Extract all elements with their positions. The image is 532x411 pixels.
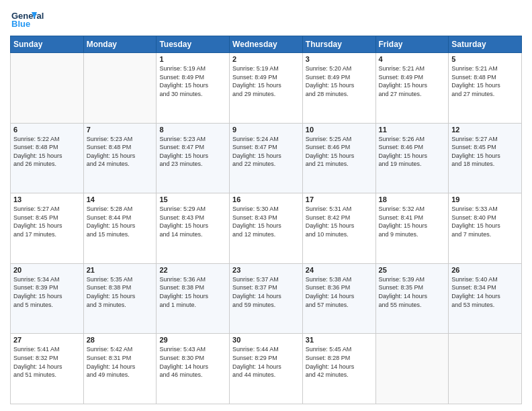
day-number: 3 <box>306 55 373 63</box>
day-info: Sunrise: 5:43 AM Sunset: 8:30 PM Dayligh… <box>159 345 226 379</box>
calendar-cell: 23Sunrise: 5:37 AM Sunset: 8:37 PM Dayli… <box>230 263 303 334</box>
calendar-cell: 26Sunrise: 5:40 AM Sunset: 8:34 PM Dayli… <box>449 263 522 334</box>
day-info: Sunrise: 5:31 AM Sunset: 8:42 PM Dayligh… <box>306 205 373 238</box>
day-number: 1 <box>159 55 226 63</box>
logo-icon: General Blue <box>10 7 57 30</box>
day-info: Sunrise: 5:25 AM Sunset: 8:46 PM Dayligh… <box>306 135 373 169</box>
calendar-cell: 27Sunrise: 5:41 AM Sunset: 8:32 PM Dayli… <box>11 334 84 404</box>
day-number: 2 <box>232 55 300 63</box>
day-number: 17 <box>306 195 373 203</box>
day-info: Sunrise: 5:40 AM Sunset: 8:34 PM Dayligh… <box>451 275 519 309</box>
calendar-cell: 22Sunrise: 5:36 AM Sunset: 8:38 PM Dayli… <box>157 263 230 334</box>
calendar-page: General Blue SundayMondayTuesdayWednesda… <box>0 0 532 411</box>
weekday-header-tuesday: Tuesday <box>157 36 230 53</box>
weekday-header-monday: Monday <box>83 36 157 53</box>
day-number: 8 <box>159 126 226 134</box>
day-number: 14 <box>87 195 154 203</box>
day-info: Sunrise: 5:26 AM Sunset: 8:46 PM Dayligh… <box>379 135 446 169</box>
day-info: Sunrise: 5:35 AM Sunset: 8:38 PM Dayligh… <box>87 275 154 309</box>
day-info: Sunrise: 5:27 AM Sunset: 8:45 PM Dayligh… <box>451 135 519 169</box>
day-number: 10 <box>306 126 373 134</box>
calendar-cell: 3Sunrise: 5:20 AM Sunset: 8:49 PM Daylig… <box>302 53 375 124</box>
calendar-cell: 2Sunrise: 5:19 AM Sunset: 8:49 PM Daylig… <box>230 53 303 124</box>
calendar-cell: 7Sunrise: 5:23 AM Sunset: 8:48 PM Daylig… <box>83 123 157 193</box>
day-number: 27 <box>13 336 81 344</box>
day-number: 25 <box>379 266 446 274</box>
day-number: 9 <box>232 126 300 134</box>
calendar-cell: 20Sunrise: 5:34 AM Sunset: 8:39 PM Dayli… <box>11 263 84 334</box>
calendar-cell: 4Sunrise: 5:21 AM Sunset: 8:49 PM Daylig… <box>375 53 449 124</box>
calendar-cell <box>83 53 157 124</box>
calendar-table: SundayMondayTuesdayWednesdayThursdayFrid… <box>10 36 522 404</box>
day-info: Sunrise: 5:44 AM Sunset: 8:29 PM Dayligh… <box>232 345 300 379</box>
day-number: 19 <box>451 195 519 203</box>
calendar-cell <box>11 53 84 124</box>
day-number: 13 <box>13 195 81 203</box>
day-info: Sunrise: 5:19 AM Sunset: 8:49 PM Dayligh… <box>232 64 300 98</box>
calendar-cell: 25Sunrise: 5:39 AM Sunset: 8:35 PM Dayli… <box>375 263 449 334</box>
calendar-cell: 24Sunrise: 5:38 AM Sunset: 8:36 PM Dayli… <box>302 263 375 334</box>
calendar-week-row: 13Sunrise: 5:27 AM Sunset: 8:45 PM Dayli… <box>11 193 522 264</box>
day-info: Sunrise: 5:23 AM Sunset: 8:47 PM Dayligh… <box>159 135 226 169</box>
day-number: 15 <box>159 195 226 203</box>
day-info: Sunrise: 5:29 AM Sunset: 8:43 PM Dayligh… <box>159 205 226 238</box>
calendar-week-row: 1Sunrise: 5:19 AM Sunset: 8:49 PM Daylig… <box>11 53 522 124</box>
svg-text:Blue: Blue <box>11 19 30 29</box>
calendar-cell <box>375 334 449 404</box>
calendar-cell: 15Sunrise: 5:29 AM Sunset: 8:43 PM Dayli… <box>157 193 230 264</box>
day-info: Sunrise: 5:20 AM Sunset: 8:49 PM Dayligh… <box>306 64 373 98</box>
day-info: Sunrise: 5:30 AM Sunset: 8:43 PM Dayligh… <box>232 205 300 238</box>
weekday-header-wednesday: Wednesday <box>230 36 303 53</box>
calendar-cell <box>449 334 522 404</box>
day-number: 22 <box>159 266 226 274</box>
calendar-cell: 18Sunrise: 5:32 AM Sunset: 8:41 PM Dayli… <box>375 193 449 264</box>
calendar-week-row: 27Sunrise: 5:41 AM Sunset: 8:32 PM Dayli… <box>11 334 522 404</box>
day-number: 20 <box>13 266 81 274</box>
day-info: Sunrise: 5:22 AM Sunset: 8:48 PM Dayligh… <box>13 135 81 169</box>
day-info: Sunrise: 5:32 AM Sunset: 8:41 PM Dayligh… <box>379 205 446 238</box>
calendar-cell: 19Sunrise: 5:33 AM Sunset: 8:40 PM Dayli… <box>449 193 522 264</box>
day-number: 24 <box>306 266 373 274</box>
day-info: Sunrise: 5:28 AM Sunset: 8:44 PM Dayligh… <box>87 205 154 238</box>
day-number: 23 <box>232 266 300 274</box>
day-info: Sunrise: 5:36 AM Sunset: 8:38 PM Dayligh… <box>159 275 226 309</box>
day-info: Sunrise: 5:45 AM Sunset: 8:28 PM Dayligh… <box>306 345 373 379</box>
day-number: 21 <box>87 266 154 274</box>
calendar-cell: 21Sunrise: 5:35 AM Sunset: 8:38 PM Dayli… <box>83 263 157 334</box>
day-number: 6 <box>13 126 81 134</box>
day-number: 18 <box>379 195 446 203</box>
day-info: Sunrise: 5:21 AM Sunset: 8:48 PM Dayligh… <box>451 64 519 98</box>
day-number: 29 <box>159 336 226 344</box>
day-info: Sunrise: 5:34 AM Sunset: 8:39 PM Dayligh… <box>13 275 81 309</box>
calendar-cell: 14Sunrise: 5:28 AM Sunset: 8:44 PM Dayli… <box>83 193 157 264</box>
calendar-cell: 29Sunrise: 5:43 AM Sunset: 8:30 PM Dayli… <box>157 334 230 404</box>
calendar-cell: 30Sunrise: 5:44 AM Sunset: 8:29 PM Dayli… <box>230 334 303 404</box>
day-number: 31 <box>306 336 373 344</box>
day-info: Sunrise: 5:23 AM Sunset: 8:48 PM Dayligh… <box>87 135 154 169</box>
calendar-cell: 17Sunrise: 5:31 AM Sunset: 8:42 PM Dayli… <box>302 193 375 264</box>
calendar-cell: 16Sunrise: 5:30 AM Sunset: 8:43 PM Dayli… <box>230 193 303 264</box>
weekday-header-friday: Friday <box>375 36 449 53</box>
day-info: Sunrise: 5:33 AM Sunset: 8:40 PM Dayligh… <box>451 205 519 238</box>
day-number: 5 <box>451 55 519 63</box>
calendar-cell: 28Sunrise: 5:42 AM Sunset: 8:31 PM Dayli… <box>83 334 157 404</box>
day-info: Sunrise: 5:21 AM Sunset: 8:49 PM Dayligh… <box>379 64 446 98</box>
calendar-cell: 12Sunrise: 5:27 AM Sunset: 8:45 PM Dayli… <box>449 123 522 193</box>
day-info: Sunrise: 5:27 AM Sunset: 8:45 PM Dayligh… <box>13 205 81 238</box>
day-info: Sunrise: 5:38 AM Sunset: 8:36 PM Dayligh… <box>306 275 373 309</box>
calendar-cell: 9Sunrise: 5:24 AM Sunset: 8:47 PM Daylig… <box>230 123 303 193</box>
calendar-cell: 5Sunrise: 5:21 AM Sunset: 8:48 PM Daylig… <box>449 53 522 124</box>
day-info: Sunrise: 5:41 AM Sunset: 8:32 PM Dayligh… <box>13 345 81 379</box>
day-number: 28 <box>87 336 154 344</box>
calendar-cell: 31Sunrise: 5:45 AM Sunset: 8:28 PM Dayli… <box>302 334 375 404</box>
header: General Blue <box>10 7 522 30</box>
day-info: Sunrise: 5:37 AM Sunset: 8:37 PM Dayligh… <box>232 275 300 309</box>
day-number: 30 <box>232 336 300 344</box>
day-number: 12 <box>451 126 519 134</box>
calendar-cell: 8Sunrise: 5:23 AM Sunset: 8:47 PM Daylig… <box>157 123 230 193</box>
calendar-cell: 6Sunrise: 5:22 AM Sunset: 8:48 PM Daylig… <box>11 123 84 193</box>
day-number: 16 <box>232 195 300 203</box>
weekday-header-row: SundayMondayTuesdayWednesdayThursdayFrid… <box>11 36 522 53</box>
day-info: Sunrise: 5:19 AM Sunset: 8:49 PM Dayligh… <box>159 64 226 98</box>
day-info: Sunrise: 5:24 AM Sunset: 8:47 PM Dayligh… <box>232 135 300 169</box>
